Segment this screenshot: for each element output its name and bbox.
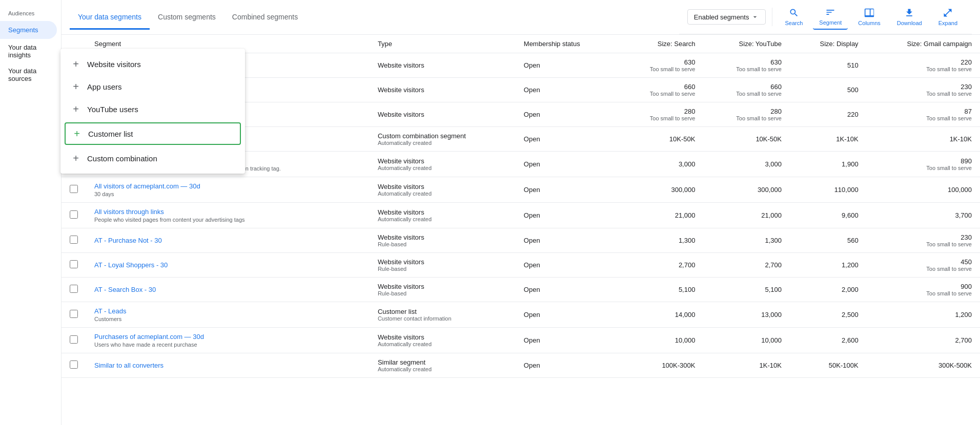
segment-desc: Users who have made a recent purchase: [94, 342, 361, 348]
tab-combined[interactable]: Combined segments: [224, 6, 306, 30]
chevron-down-icon: [751, 13, 759, 21]
size-number: 21,000: [711, 211, 782, 219]
segment-name-link[interactable]: AT - Leads: [94, 307, 361, 315]
plus-icon-website: +: [71, 59, 81, 69]
row-size-display-cell: 2,000: [790, 278, 867, 302]
row-membership-cell: Open: [516, 177, 617, 203]
size-number: 280: [625, 108, 696, 115]
menu-item-customer-list[interactable]: + Customer list: [65, 122, 241, 145]
toolbar-divider-1: [772, 8, 772, 26]
row-type-cell: Website visitorsAutomatically created: [370, 328, 516, 353]
row-checkbox[interactable]: [70, 260, 78, 268]
row-checkbox[interactable]: [70, 185, 78, 193]
sidebar-item-segments[interactable]: Segments: [0, 21, 57, 39]
row-size-youtube-cell: 21,000: [703, 203, 790, 228]
menu-item-custom-combination[interactable]: + Custom combination: [60, 147, 245, 169]
segment-name-link[interactable]: Purchasers of acmeplant.com — 30d: [94, 333, 361, 341]
size-number: 560: [798, 237, 859, 244]
segment-name-link[interactable]: All visitors of acmeplant.com — 30d: [94, 182, 361, 190]
size-number: 110,000: [798, 186, 859, 194]
menu-item-app-users[interactable]: + App users: [60, 75, 245, 98]
row-size-youtube-cell: 630Too small to serve: [703, 53, 790, 78]
size-sublabel: Too small to serve: [875, 266, 972, 272]
download-action-button[interactable]: Download: [891, 5, 928, 29]
menu-item-website-visitors[interactable]: + Website visitors: [60, 53, 245, 75]
size-number: 21,000: [625, 211, 696, 219]
segment-name-link[interactable]: All visitors through links: [94, 208, 361, 216]
size-number: 3,700: [875, 211, 972, 219]
header-size-youtube: Size: YouTube: [703, 35, 790, 53]
row-type-sub: Customer contact information: [378, 315, 507, 322]
row-segment-name-cell: AT - Search Box - 30: [86, 278, 370, 302]
row-type-cell: Website visitorsAutomatically created: [370, 203, 516, 228]
row-type-main: Website visitors: [378, 208, 507, 216]
size-number: 10,000: [711, 336, 782, 344]
row-checkbox[interactable]: [70, 210, 78, 219]
row-size-youtube-cell: 660Too small to serve: [703, 78, 790, 102]
expand-action-button[interactable]: Expand: [932, 5, 964, 29]
row-type-cell: Custom combination segmentAutomatically …: [370, 127, 516, 152]
size-number: 300K-500K: [875, 362, 972, 369]
sidebar-item-your-data-sources[interactable]: Your data sources: [0, 63, 61, 87]
menu-item-label-website-visitors: Website visitors: [87, 60, 141, 69]
row-segment-name-cell: All visitors through linksPeople who vis…: [86, 203, 370, 228]
row-checkbox[interactable]: [70, 310, 78, 318]
size-sublabel: Too small to serve: [625, 66, 696, 72]
columns-action-button[interactable]: Columns: [852, 5, 886, 29]
row-type-main: Website visitors: [378, 233, 507, 241]
row-type-cell: Website visitorsRule-based: [370, 253, 516, 278]
row-checkbox[interactable]: [70, 236, 78, 244]
row-segment-name-cell: AT - Loyal Shoppers - 30: [86, 253, 370, 278]
row-checkbox[interactable]: [70, 285, 78, 293]
sidebar-item-your-data-insights[interactable]: Your data insights: [0, 39, 61, 63]
row-size-gmail-cell: 900Too small to serve: [867, 278, 980, 302]
menu-item-label-customer-list: Customer list: [88, 130, 133, 138]
row-checkbox[interactable]: [70, 335, 78, 344]
row-type-cell: Website visitorsAutomatically created: [370, 152, 516, 177]
row-checkbox-cell: [62, 203, 86, 228]
row-size-gmail-cell: 2,700: [867, 328, 980, 353]
row-size-display-cell: 2,600: [790, 328, 867, 353]
row-size-gmail-cell: 87Too small to serve: [867, 102, 980, 127]
size-number: 14,000: [625, 311, 696, 318]
row-type-cell: Similar segmentAutomatically created: [370, 353, 516, 378]
tab-your-data[interactable]: Your data segments: [70, 6, 150, 30]
tab-custom[interactable]: Custom segments: [150, 6, 224, 30]
row-type-main: Website visitors: [378, 157, 507, 165]
size-sublabel: Too small to serve: [875, 91, 972, 97]
row-type-cell: Website visitorsAutomatically created: [370, 177, 516, 203]
row-type-cell: Website visitorsRule-based: [370, 228, 516, 253]
segment-name-link[interactable]: AT - Loyal Shoppers - 30: [94, 261, 361, 269]
row-size-gmail-cell: 1,200: [867, 302, 980, 328]
toolbar: Enabled segments Search Segment Columns: [679, 0, 972, 34]
row-checkbox[interactable]: [70, 360, 78, 369]
search-action-button[interactable]: Search: [779, 5, 809, 29]
table-row: AT - Purchase Not - 30Website visitorsRu…: [62, 228, 980, 253]
segment-action-button[interactable]: Segment: [813, 4, 848, 30]
row-size-youtube-cell: 10,000: [703, 328, 790, 353]
size-number: 2,600: [798, 336, 859, 344]
size-number: 220: [875, 58, 972, 66]
size-number: 9,600: [798, 211, 859, 219]
segment-name-link[interactable]: AT - Search Box - 30: [94, 286, 361, 293]
row-size-gmail-cell: 100,000: [867, 177, 980, 203]
segment-name-link[interactable]: AT - Purchase Not - 30: [94, 237, 361, 244]
segment-name-link[interactable]: Similar to all converters: [94, 362, 361, 369]
table-row: All visitors through linksPeople who vis…: [62, 203, 980, 228]
size-number: 2,000: [798, 286, 859, 293]
size-number: 630: [625, 58, 696, 66]
menu-item-youtube-users[interactable]: + YouTube users: [60, 98, 245, 120]
row-type-sub: Rule-based: [378, 290, 507, 296]
row-type-main: Website visitors: [378, 86, 507, 94]
row-type-main: Custom combination segment: [378, 132, 507, 140]
row-size-display-cell: 510: [790, 53, 867, 78]
row-membership-cell: Open: [516, 328, 617, 353]
size-number: 3,000: [625, 160, 696, 168]
row-checkbox-cell: [62, 177, 86, 203]
row-membership-cell: Open: [516, 203, 617, 228]
table-row: AT - Loyal Shoppers - 30Website visitors…: [62, 253, 980, 278]
enabled-segments-button[interactable]: Enabled segments: [687, 9, 766, 25]
row-segment-name-cell: All visitors of acmeplant.com — 30d30 da…: [86, 177, 370, 203]
size-number: 5,100: [625, 286, 696, 293]
row-segment-name-cell: Purchasers of acmeplant.com — 30dUsers w…: [86, 328, 370, 353]
